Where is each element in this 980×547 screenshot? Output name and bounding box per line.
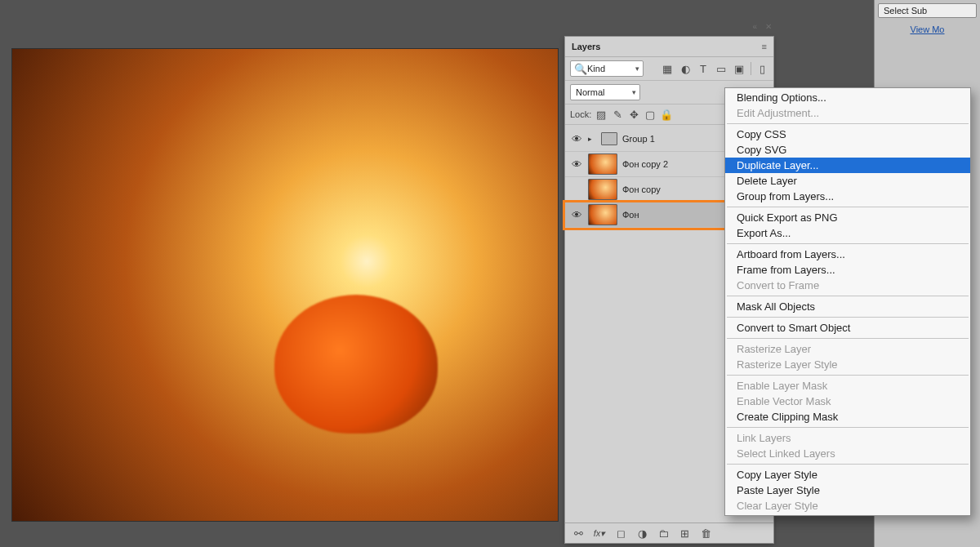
filter-pixel-icon[interactable]: ▦ xyxy=(661,62,674,75)
lock-position-icon[interactable]: ✥ xyxy=(627,108,640,121)
lock-label: Lock: xyxy=(570,109,591,119)
folder-icon xyxy=(601,132,617,145)
filter-text-icon[interactable]: T xyxy=(697,62,710,75)
menu-item[interactable]: Copy SVG xyxy=(725,142,970,158)
filter-shape-icon[interactable]: ▭ xyxy=(715,62,728,75)
new-adjust-icon[interactable]: ◑ xyxy=(635,527,648,540)
panel-close-icon[interactable]: ✕ xyxy=(765,22,772,31)
layer-thumbnail[interactable] xyxy=(588,153,617,175)
layer-thumbnail[interactable] xyxy=(588,204,617,225)
fx-icon[interactable]: fx▾ xyxy=(593,527,606,540)
menu-item[interactable]: Delete Layer xyxy=(725,173,970,189)
lock-nested-icon[interactable]: ▢ xyxy=(644,108,657,121)
layer-name[interactable]: Фон xyxy=(622,210,639,220)
menu-separator xyxy=(727,296,969,296)
lock-transparent-icon[interactable]: ▨ xyxy=(595,108,608,121)
menu-item[interactable]: Frame from Layers... xyxy=(725,262,970,278)
filter-kind-dropdown[interactable]: 🔍 Kind ▾ xyxy=(570,60,644,77)
filter-smart-icon[interactable]: ▣ xyxy=(733,62,746,75)
menu-item[interactable]: Blending Options... xyxy=(725,90,970,105)
filter-toggle-icon[interactable]: ▯ xyxy=(751,62,768,75)
document-canvas[interactable] xyxy=(12,49,558,521)
layer-name[interactable]: Фон copy xyxy=(622,185,661,194)
layer-name[interactable]: Фон copy 2 xyxy=(622,159,668,169)
menu-separator xyxy=(727,338,969,339)
visibility-toggle-icon[interactable]: 👁 xyxy=(570,158,583,171)
menu-item[interactable]: Artboard from Layers... xyxy=(725,247,970,262)
new-layer-icon[interactable]: ⊞ xyxy=(678,527,691,540)
menu-item[interactable]: Copy CSS xyxy=(725,127,970,142)
panel-title: Layers xyxy=(572,42,600,51)
panel-collapse-icon[interactable]: « xyxy=(752,22,757,31)
menu-separator xyxy=(727,207,969,207)
menu-item[interactable]: Create Clipping Mask xyxy=(725,409,970,425)
new-group-icon[interactable]: 🗀 xyxy=(657,527,670,540)
layer-name[interactable]: Group 1 xyxy=(622,134,655,144)
menu-item: Rasterize Layer Style xyxy=(725,357,970,372)
lock-paint-icon[interactable]: ✎ xyxy=(611,108,624,121)
menu-item[interactable]: Duplicate Layer... xyxy=(725,158,970,173)
blend-mode-dropdown[interactable]: Normal xyxy=(570,84,640,100)
menu-item: Enable Layer Mask xyxy=(725,378,970,394)
visibility-toggle-icon[interactable]: 👁 xyxy=(570,133,583,145)
menu-item[interactable]: Mask All Objects xyxy=(725,299,970,314)
menu-item[interactable]: Quick Export as PNG xyxy=(725,210,970,225)
visibility-toggle-icon[interactable]: 👁 xyxy=(570,209,583,221)
menu-item[interactable]: Convert to Smart Object xyxy=(725,320,970,336)
view-more-link[interactable]: View Mo xyxy=(878,24,977,34)
trash-icon[interactable]: 🗑 xyxy=(699,527,712,540)
menu-item: Clear Layer Style xyxy=(725,498,970,514)
group-fold-icon[interactable]: ▸ xyxy=(588,135,596,143)
panel-menu-icon[interactable]: ≡ xyxy=(762,42,767,51)
menu-item[interactable]: Copy Layer Style xyxy=(725,467,970,483)
layers-footer: ⚯ fx▾ ◻ ◑ 🗀 ⊞ 🗑 xyxy=(565,523,773,543)
menu-item: Link Layers xyxy=(725,430,970,446)
menu-item: Select Linked Layers xyxy=(725,446,970,461)
menu-item: Convert to Frame xyxy=(725,278,970,293)
menu-separator xyxy=(727,427,969,428)
menu-item: Edit Adjustment... xyxy=(725,105,970,121)
mask-icon[interactable]: ◻ xyxy=(614,527,627,540)
blend-mode-value: Normal xyxy=(576,87,604,97)
menu-item[interactable]: Export As... xyxy=(725,225,970,241)
menu-separator xyxy=(727,375,969,376)
menu-separator xyxy=(727,123,969,124)
layer-thumbnail[interactable] xyxy=(588,179,617,200)
layer-filter-row: 🔍 Kind ▾ ▦ ◐ T ▭ ▣ ▯ xyxy=(565,57,773,81)
menu-separator xyxy=(727,464,969,465)
filter-adjust-icon[interactable]: ◐ xyxy=(679,62,692,75)
menu-item: Rasterize Layer xyxy=(725,341,970,357)
search-icon: 🔍 xyxy=(574,62,587,75)
link-layers-icon[interactable]: ⚯ xyxy=(572,527,585,540)
menu-separator xyxy=(727,317,969,318)
menu-item[interactable]: Paste Layer Style xyxy=(725,483,970,498)
menu-item: Enable Vector Mask xyxy=(725,394,970,409)
menu-item[interactable]: Group from Layers... xyxy=(725,189,970,204)
menu-separator xyxy=(727,243,969,244)
layer-context-menu: Blending Options...Edit Adjustment...Cop… xyxy=(724,87,971,516)
filter-kind-label: Kind xyxy=(587,64,605,73)
lock-all-icon[interactable]: 🔒 xyxy=(660,108,673,121)
select-subject-button[interactable]: Select Sub xyxy=(878,3,977,18)
